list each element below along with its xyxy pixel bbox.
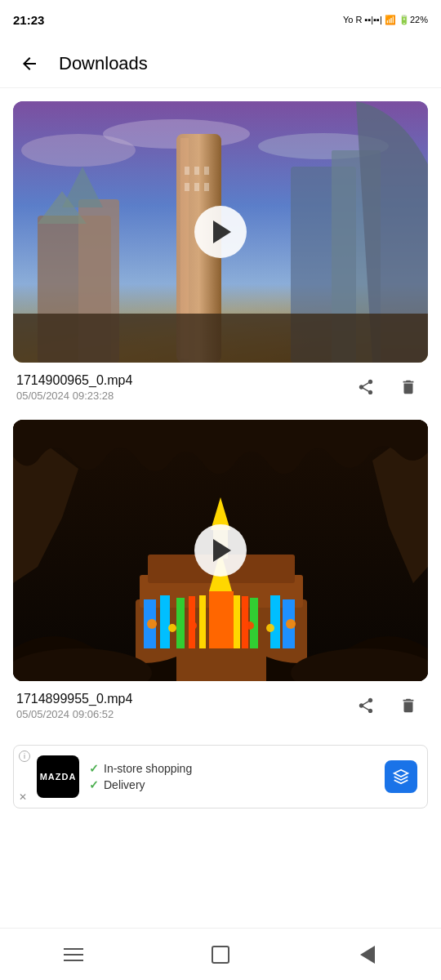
back-button[interactable] [13, 47, 46, 80]
svg-rect-15 [204, 167, 209, 175]
delete-button-2[interactable] [392, 689, 425, 722]
nav-home-button[interactable] [198, 932, 243, 978]
video-actions-1 [350, 371, 425, 403]
ad-logo: MAZDA [37, 755, 79, 798]
svg-rect-31 [199, 595, 206, 648]
video-meta-2: 1714899955_0.mp4 05/05/2024 09:06:52 [13, 681, 428, 725]
svg-rect-33 [209, 591, 234, 648]
svg-rect-13 [185, 167, 189, 175]
svg-rect-27 [176, 598, 185, 648]
status-time: 21:23 [13, 13, 44, 27]
share-icon-2 [357, 697, 375, 715]
back-triangle-icon [360, 946, 375, 964]
ad-banner[interactable]: i ✕ MAZDA ✓ In-store shopping ✓ Delivery [13, 745, 428, 808]
play-triangle-icon-2 [213, 539, 231, 562]
bottom-nav [0, 928, 441, 980]
video-item-2: 1714899955_0.mp4 05/05/2024 09:06:52 [13, 420, 428, 725]
app-bar: Downloads [0, 39, 441, 88]
svg-rect-32 [234, 595, 240, 648]
page-title: Downloads [59, 53, 148, 74]
ad-arrow-icon [393, 768, 409, 785]
svg-rect-26 [270, 595, 280, 648]
share-button-2[interactable] [350, 689, 382, 722]
delete-icon-2 [399, 697, 417, 715]
ad-line-2: ✓ Delivery [89, 778, 375, 791]
svg-point-39 [189, 621, 197, 630]
svg-point-37 [147, 619, 157, 629]
delete-button-1[interactable] [392, 371, 425, 403]
nav-back-button[interactable] [345, 932, 390, 978]
svg-point-42 [286, 619, 296, 629]
nav-menu-button[interactable] [51, 932, 96, 978]
video-date-2: 05/05/2024 09:06:52 [16, 708, 132, 720]
svg-rect-18 [204, 183, 209, 191]
svg-point-41 [266, 624, 274, 632]
delete-icon [399, 378, 417, 396]
back-arrow-icon [20, 54, 39, 74]
video-filename-1: 1714900965_0.mp4 [16, 373, 132, 388]
ad-text: ✓ In-store shopping ✓ Delivery [89, 762, 375, 791]
checkmark-2: ✓ [89, 778, 99, 791]
ad-brand-logo: MAZDA [40, 772, 77, 782]
video-info-2: 1714899955_0.mp4 05/05/2024 09:06:52 [16, 692, 132, 720]
play-button-1[interactable] [194, 206, 247, 258]
svg-rect-30 [242, 596, 248, 648]
play-triangle-icon [213, 220, 231, 243]
video-meta-1: 1714900965_0.mp4 05/05/2024 09:23:28 [13, 363, 428, 407]
svg-point-38 [168, 624, 176, 632]
svg-rect-24 [160, 595, 170, 648]
status-icons: Yo R ▪▪|▪▪| 📶 🔋22% [343, 15, 428, 25]
content-area: 1714900965_0.mp4 05/05/2024 09:23:28 [0, 88, 441, 928]
share-icon [357, 378, 375, 396]
play-button-2[interactable] [194, 524, 247, 577]
video-actions-2 [350, 689, 425, 722]
svg-rect-17 [194, 183, 199, 191]
ad-line-1: ✓ In-store shopping [89, 762, 375, 775]
hamburger-icon [64, 948, 83, 961]
ad-close-button[interactable]: ✕ [19, 791, 27, 803]
video-item: 1714900965_0.mp4 05/05/2024 09:23:28 [13, 101, 428, 407]
video-info-1: 1714900965_0.mp4 05/05/2024 09:23:28 [16, 373, 132, 402]
square-icon [212, 946, 229, 964]
share-button-1[interactable] [350, 371, 382, 403]
svg-rect-14 [194, 167, 199, 175]
ad-line-1-text: In-store shopping [104, 762, 192, 775]
video-thumbnail-2[interactable] [13, 420, 428, 681]
ad-arrow-button[interactable] [385, 760, 417, 793]
video-filename-2: 1714899955_0.mp4 [16, 692, 132, 706]
ad-line-2-text: Delivery [104, 778, 145, 791]
svg-rect-12 [13, 314, 428, 363]
checkmark-1: ✓ [89, 762, 99, 775]
status-bar: 21:23 Yo R ▪▪|▪▪| 📶 🔋22% [0, 0, 441, 39]
svg-point-40 [246, 621, 254, 630]
ad-info-button[interactable]: i [19, 751, 30, 762]
video-thumbnail-1[interactable] [13, 101, 428, 363]
svg-rect-16 [185, 183, 189, 191]
signal-icons: Yo R ▪▪|▪▪| 📶 🔋22% [343, 15, 428, 25]
video-date-1: 05/05/2024 09:23:28 [16, 390, 132, 402]
